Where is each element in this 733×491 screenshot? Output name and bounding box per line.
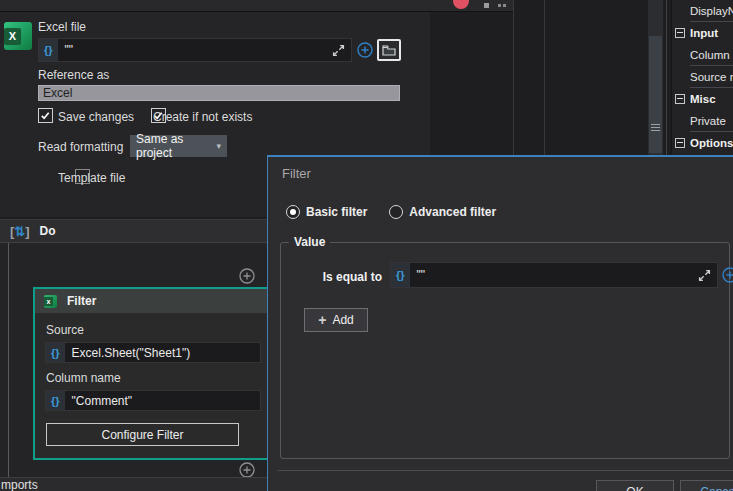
browse-file-button[interactable] [377, 39, 401, 61]
property-group-misc[interactable]: Misc [672, 88, 733, 110]
chevron-down-icon: ▾ [206, 141, 221, 151]
add-activity-icon[interactable] [239, 268, 255, 284]
workflow-designer-screen: X Excel file {} "" Reference as Excel Sa… [0, 0, 733, 491]
open-expression-editor-icon[interactable] [698, 269, 711, 282]
plus-icon: + [318, 312, 326, 328]
open-expression-editor-icon[interactable] [332, 44, 345, 57]
property-group-options[interactable]: Options [672, 132, 733, 154]
collapse-icon[interactable] [675, 138, 685, 148]
panel-divider [513, 0, 514, 155]
excel-file-label: Excel file [38, 20, 86, 34]
property-row-column-name[interactable]: Column name [672, 44, 733, 66]
value-groupbox: Value Is equal to {} "" + Add [280, 242, 730, 459]
column-expression-value: "Comment" [65, 394, 260, 408]
property-row-private[interactable]: Private [672, 110, 733, 132]
panel-divider [666, 0, 667, 155]
breakpoint-icon[interactable] [453, 0, 469, 9]
advanced-filter-radio[interactable] [389, 205, 403, 219]
expression-braces-icon: {} [46, 391, 65, 410]
check-icon [40, 110, 51, 121]
mini-dot-icon [503, 4, 506, 7]
sequence-icon: [⇅] [10, 224, 30, 239]
reference-as-label: Reference as [38, 68, 109, 82]
add-condition-button[interactable]: + Add [304, 308, 368, 332]
panel-divider [544, 0, 545, 155]
expression-braces-icon: {} [39, 39, 58, 61]
save-changes-checkbox[interactable] [38, 108, 53, 123]
read-formatting-value: Same as project [136, 132, 206, 160]
sequence-connector-line [8, 243, 9, 477]
create-if-not-exists-label: Create if not exists [153, 110, 252, 124]
expression-braces-icon: {} [391, 263, 410, 287]
cancel-button[interactable]: Cancel [680, 480, 733, 491]
property-row-source-range[interactable]: Source range [672, 66, 733, 88]
condition-expression-value: "" [410, 268, 698, 282]
imports-tab[interactable]: mports [1, 478, 38, 491]
excel-file-expression-field[interactable]: {} "" [38, 38, 352, 62]
filter-card-title: Filter [67, 294, 96, 308]
add-button-label: Add [332, 313, 353, 327]
condition-expression-field[interactable]: {} "" [390, 262, 718, 288]
filter-activity-card[interactable]: x Filter Source {} Excel.Sheet("Sheet1")… [33, 287, 273, 460]
plus-circle-icon[interactable] [357, 42, 373, 58]
property-row-displayname[interactable]: DisplayName [672, 0, 733, 22]
column-expression-field[interactable]: {} "Comment" [45, 390, 261, 411]
property-group-input[interactable]: Input [672, 22, 733, 44]
add-activity-icon[interactable] [239, 462, 255, 478]
template-file-label: Template file [58, 171, 125, 185]
ok-button[interactable]: OK [596, 480, 674, 491]
properties-panel: DisplayName Input Column name Source ran… [671, 0, 733, 155]
source-label: Source [46, 323, 261, 337]
mini-dot-icon [498, 4, 501, 7]
source-expression-field[interactable]: {} Excel.Sheet("Sheet1") [45, 342, 261, 363]
excel-file-expression-value: "" [58, 43, 332, 57]
collapse-icon[interactable] [675, 28, 685, 38]
basic-filter-radio-row: Basic filter Advanced filter [286, 205, 496, 219]
folder-icon [382, 45, 396, 56]
reference-as-input[interactable]: Excel [38, 85, 400, 101]
read-formatting-label: Read formatting [38, 140, 123, 154]
do-section-label: Do [40, 224, 56, 238]
imports-tab-bar: mports [0, 477, 270, 491]
collapse-icon[interactable] [675, 94, 685, 104]
excel-app-icon: X [4, 22, 32, 50]
read-formatting-dropdown[interactable]: Same as project ▾ [130, 135, 227, 157]
scrollbar-grip-icon [651, 122, 660, 133]
basic-filter-label: Basic filter [306, 205, 367, 219]
filter-card-header[interactable]: x Filter [35, 289, 271, 313]
basic-filter-radio[interactable] [286, 205, 300, 219]
value-group-label: Value [289, 235, 330, 249]
canvas-scrollbar[interactable] [648, 0, 663, 155]
excel-activity-icon: x [44, 295, 57, 308]
mini-square-icon [484, 3, 489, 8]
expression-braces-icon: {} [46, 343, 65, 362]
activity-header-strip [0, 0, 513, 12]
do-section-header[interactable]: [⇅] Do [0, 219, 270, 243]
source-expression-value: Excel.Sheet("Sheet1") [65, 346, 260, 360]
column-name-label: Column name [46, 371, 261, 385]
filter-dialog: Filter Basic filter Advanced filter Valu… [267, 155, 733, 491]
configure-filter-button[interactable]: Configure Filter [46, 423, 239, 446]
dialog-footer-divider [278, 470, 733, 471]
scrollbar-thumb[interactable] [649, 36, 662, 153]
advanced-filter-label: Advanced filter [409, 205, 496, 219]
is-equal-to-label: Is equal to [304, 270, 382, 284]
dialog-title: Filter [282, 166, 311, 181]
plus-circle-icon[interactable] [722, 267, 733, 283]
save-changes-label: Save changes [58, 110, 134, 124]
